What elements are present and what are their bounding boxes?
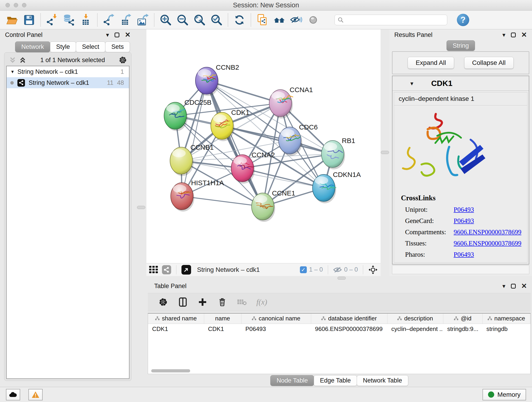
section-disclosure-icon[interactable]: ▾ xyxy=(410,80,413,86)
protein-section-header[interactable]: ▾ CDK1 xyxy=(393,76,529,91)
add-column-button[interactable] xyxy=(197,297,208,307)
close-panel-icon[interactable]: ✕ xyxy=(521,283,527,289)
column-header[interactable]: canonical name xyxy=(241,313,311,324)
column-header[interactable]: namespace xyxy=(482,313,530,324)
network-options-gear-icon[interactable] xyxy=(119,56,127,64)
panel-menu-icon[interactable]: ▾ xyxy=(106,32,109,38)
tab-string[interactable]: String xyxy=(447,40,475,51)
cloud-status-button[interactable] xyxy=(6,389,20,400)
tab-edge-table[interactable]: Edge Table xyxy=(314,375,357,386)
export-table-button[interactable] xyxy=(117,12,134,28)
network-node-CDC25B[interactable]: CDC25B xyxy=(164,99,211,131)
close-panel-icon[interactable]: ✕ xyxy=(521,32,527,38)
expand-all-button[interactable]: Expand All xyxy=(408,57,454,69)
zoom-fit-button[interactable] xyxy=(191,12,208,28)
collapse-all-button[interactable]: Collapse All xyxy=(464,57,514,69)
float-panel-icon[interactable] xyxy=(511,32,516,37)
cell-database-identifier[interactable]: 9606.ENSP00000378699 xyxy=(311,324,387,334)
save-session-button[interactable] xyxy=(21,12,38,28)
selected-checkbox-icon[interactable]: ✓ xyxy=(300,266,307,273)
protein-details: cyclin–dependent kinase 1 xyxy=(394,92,527,263)
birdseye-grid-icon[interactable] xyxy=(149,266,158,274)
crosslink-link[interactable]: P06493 xyxy=(454,206,474,213)
splitter-handle[interactable] xyxy=(337,277,346,280)
float-panel-icon[interactable] xyxy=(114,32,119,37)
column-header[interactable]: name xyxy=(204,313,241,324)
crosslink-link[interactable]: 9606.ENSP00000378699 xyxy=(454,228,521,236)
delete-column-button[interactable] xyxy=(217,297,228,307)
help-button[interactable]: ? xyxy=(457,14,469,26)
zoom-out-button[interactable] xyxy=(174,12,191,28)
cell-description[interactable]: cyclin–dependent ... xyxy=(387,324,443,334)
crosslink-link[interactable]: 9606.ENSP00000378699 xyxy=(454,240,521,247)
tab-network-table[interactable]: Network Table xyxy=(357,375,408,386)
panel-menu-icon[interactable]: ▾ xyxy=(502,32,505,38)
clone-network-button[interactable] xyxy=(254,12,271,28)
first-neighbors-button[interactable] xyxy=(271,12,288,28)
network-canvas[interactable]: CCNB2CCNA1CDC25BCDK1CDC6RB1CCNB1CCNA2CDK… xyxy=(146,29,380,263)
crosslink-link[interactable]: P06493 xyxy=(454,251,474,258)
open-session-button[interactable] xyxy=(4,12,21,28)
export-image-button[interactable] xyxy=(134,12,151,28)
refresh-button[interactable] xyxy=(231,12,248,28)
import-network-database-button[interactable] xyxy=(60,12,77,28)
network-node-CCNB2[interactable]: CCNB2 xyxy=(196,64,239,96)
network-node-CDC6[interactable]: CDC6 xyxy=(279,123,318,156)
horizontal-splitter[interactable] xyxy=(146,276,532,281)
zoom-selected-button[interactable] xyxy=(208,12,225,28)
cell-name[interactable]: CDK1 xyxy=(204,324,241,334)
show-columns-button[interactable] xyxy=(177,297,188,307)
float-panel-icon[interactable] xyxy=(511,284,516,288)
search-input[interactable] xyxy=(346,16,444,23)
table-options-gear-button[interactable] xyxy=(158,297,168,307)
cell-canonical-name[interactable]: P06493 xyxy=(241,324,311,334)
network-node-CDKN1A[interactable]: CDKN1A xyxy=(312,171,361,203)
network-collection-row[interactable]: ▾ String Network – cdk1 1 xyxy=(7,66,129,77)
results-scrollbar-track[interactable] xyxy=(392,265,529,274)
tab-node-table[interactable]: Node Table xyxy=(270,375,314,386)
crosslink-link[interactable]: P06493 xyxy=(454,217,474,225)
cell-shared-name[interactable]: CDK1 xyxy=(148,324,204,334)
fit-content-crosshair-icon[interactable] xyxy=(368,265,378,274)
cell-id[interactable]: stringdb:9... xyxy=(443,324,482,334)
function-builder-button[interactable]: f(x) xyxy=(256,298,267,306)
network-node-CCNE1[interactable]: CCNE1 xyxy=(252,189,295,222)
network-edge[interactable] xyxy=(207,81,263,206)
tab-select[interactable]: Select xyxy=(76,41,105,52)
import-network-file-button[interactable] xyxy=(44,12,60,28)
tab-network[interactable]: Network xyxy=(15,41,50,52)
cell-namespace[interactable]: stringdb xyxy=(482,324,530,334)
close-panel-icon[interactable]: ✕ xyxy=(125,32,131,38)
network-node-RB1[interactable]: RB1 xyxy=(322,137,355,169)
table-hscrollbar-thumb[interactable] xyxy=(151,369,190,372)
network-row[interactable]: String Network – cdk1 11 48 xyxy=(7,77,129,88)
column-header[interactable]: @id xyxy=(443,313,482,324)
collapse-all-icon[interactable] xyxy=(8,56,17,64)
import-table-button[interactable] xyxy=(77,12,94,28)
network-node-HIST1H1A[interactable]: HIST1H1A xyxy=(171,179,224,211)
zoom-in-button[interactable] xyxy=(157,12,174,28)
column-header[interactable]: description xyxy=(387,313,443,324)
node-label: RB1 xyxy=(342,137,355,144)
export-network-button[interactable] xyxy=(100,12,117,28)
tab-style[interactable]: Style xyxy=(50,41,76,52)
expand-all-icon[interactable] xyxy=(19,56,27,64)
show-all-button[interactable] xyxy=(305,12,322,28)
table-hscrollbar-track[interactable] xyxy=(149,369,529,373)
column-header[interactable]: shared name xyxy=(148,313,204,324)
splitter-handle[interactable] xyxy=(381,151,389,154)
delete-table-button[interactable] xyxy=(237,297,247,307)
hide-selected-button[interactable] xyxy=(288,12,305,28)
network-node-CCNA2[interactable]: CCNA2 xyxy=(231,151,275,184)
column-header[interactable]: database identifier xyxy=(311,313,387,324)
splitter-handle[interactable] xyxy=(137,206,145,209)
memory-button[interactable]: Memory xyxy=(482,389,526,400)
table-row[interactable]: CDK1 CDK1 P06493 9606.ENSP00000378699 cy… xyxy=(148,324,530,334)
tab-sets[interactable]: Sets xyxy=(105,41,130,52)
open-in-window-button[interactable] xyxy=(181,265,191,274)
warnings-button[interactable] xyxy=(28,389,43,400)
panel-menu-icon[interactable]: ▾ xyxy=(502,283,505,289)
right-splitter[interactable] xyxy=(380,29,389,276)
left-splitter[interactable] xyxy=(136,29,146,387)
collection-disclosure-icon[interactable]: ▾ xyxy=(11,69,14,74)
